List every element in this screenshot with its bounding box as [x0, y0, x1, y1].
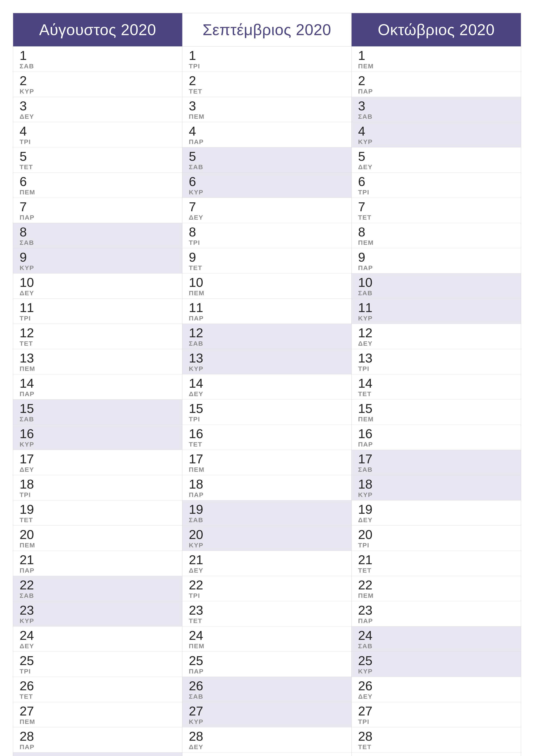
day-number-1-5: 6: [189, 175, 345, 188]
day-name-2-8: ΠΑΡ: [358, 264, 514, 272]
day-name-1-4: ΣΑΒ: [189, 163, 345, 171]
day-number-0-3: 4: [20, 125, 176, 138]
day-name-1-8: ΤΕΤ: [189, 264, 345, 272]
day-row-0-25: 26ΤΕΤ: [13, 677, 182, 702]
day-number-1-6: 7: [189, 201, 345, 213]
day-row-0-22: 23ΚΥΡ: [13, 601, 182, 627]
day-number-0-27: 28: [20, 730, 176, 743]
day-row-1-11: 12ΣΑΒ: [182, 324, 351, 349]
day-number-1-18: 19: [189, 503, 345, 516]
day-name-2-18: ΔΕΥ: [358, 516, 514, 524]
day-row-0-21: 22ΣΑΒ: [13, 576, 182, 601]
day-name-1-3: ΠΑΡ: [189, 138, 345, 146]
day-number-1-21: 22: [189, 579, 345, 592]
day-row-0-20: 21ΠΑΡ: [13, 551, 182, 576]
day-number-2-14: 15: [358, 402, 514, 415]
day-row-2-5: 6ΤΡΙ: [352, 173, 521, 198]
day-name-1-1: ΤΕΤ: [189, 88, 345, 95]
day-number-1-13: 14: [189, 377, 345, 390]
day-row-2-8: 9ΠΑΡ: [352, 248, 521, 274]
day-number-2-1: 2: [358, 74, 514, 87]
day-row-1-9: 10ΠΕΜ: [182, 274, 351, 299]
day-row-0-4: 5ΤΕΤ: [13, 148, 182, 173]
day-row-2-28: 29ΠΕΜ: [352, 753, 521, 756]
day-name-1-18: ΣΑΒ: [189, 516, 345, 524]
day-name-1-25: ΣΑΒ: [189, 693, 345, 700]
day-number-1-3: 4: [189, 125, 345, 138]
day-row-0-10: 11ΤΡΙ: [13, 299, 182, 324]
day-name-2-4: ΔΕΥ: [358, 163, 514, 171]
day-name-2-25: ΔΕΥ: [358, 693, 514, 700]
day-number-2-0: 1: [358, 49, 514, 62]
day-number-2-4: 5: [358, 150, 514, 163]
day-name-2-22: ΠΑΡ: [358, 617, 514, 625]
day-name-0-27: ΠΑΡ: [20, 743, 176, 751]
day-number-0-7: 8: [20, 226, 176, 239]
day-row-1-27: 28ΔΕΥ: [182, 727, 351, 753]
day-row-0-2: 3ΔΕΥ: [13, 97, 182, 122]
month-header-1: Σεπτέμβριος 2020: [182, 13, 351, 46]
day-number-1-23: 24: [189, 629, 345, 642]
day-name-1-6: ΔΕΥ: [189, 214, 345, 221]
day-number-1-16: 17: [189, 452, 345, 466]
day-row-2-17: 18ΚΥΡ: [352, 475, 521, 500]
day-name-0-12: ΠΕΜ: [20, 365, 176, 372]
day-row-1-6: 7ΔΕΥ: [182, 198, 351, 223]
day-number-2-10: 11: [358, 301, 514, 314]
day-number-1-19: 20: [189, 528, 345, 541]
day-number-1-28: 29: [189, 755, 345, 756]
day-number-1-17: 18: [189, 478, 345, 491]
day-name-2-9: ΣΑΒ: [358, 289, 514, 297]
day-number-1-1: 2: [189, 74, 345, 87]
day-number-0-8: 9: [20, 251, 176, 264]
day-name-0-25: ΤΕΤ: [20, 693, 176, 700]
day-number-0-28: 29: [20, 755, 176, 756]
day-number-2-26: 27: [358, 705, 514, 717]
day-number-2-23: 24: [358, 629, 514, 642]
day-name-2-23: ΣΑΒ: [358, 642, 514, 650]
day-name-0-24: ΤΡΙ: [20, 668, 176, 675]
day-number-0-19: 20: [20, 528, 176, 541]
day-row-0-14: 15ΣΑΒ: [13, 399, 182, 425]
day-number-2-5: 6: [358, 175, 514, 188]
day-number-1-14: 15: [189, 402, 345, 415]
day-name-0-11: ΤΕΤ: [20, 340, 176, 347]
day-name-1-16: ΠΕΜ: [189, 466, 345, 473]
day-row-2-19: 20ΤΡΙ: [352, 526, 521, 551]
day-name-0-15: ΚΥΡ: [20, 441, 176, 448]
day-row-0-24: 25ΤΡΙ: [13, 652, 182, 677]
day-row-2-16: 17ΣΑΒ: [352, 450, 521, 475]
day-number-0-15: 16: [20, 427, 176, 440]
day-row-0-8: 9ΚΥΡ: [13, 248, 182, 274]
day-row-1-10: 11ΠΑΡ: [182, 299, 351, 324]
day-row-1-24: 25ΠΑΡ: [182, 652, 351, 677]
day-number-0-20: 21: [20, 554, 176, 566]
day-name-2-24: ΚΥΡ: [358, 668, 514, 675]
day-row-0-18: 19ΤΕΤ: [13, 500, 182, 526]
day-number-2-28: 29: [358, 755, 514, 756]
day-number-1-25: 26: [189, 680, 345, 692]
day-number-2-16: 17: [358, 452, 514, 466]
day-name-2-17: ΚΥΡ: [358, 491, 514, 499]
day-number-1-20: 21: [189, 554, 345, 566]
day-name-0-19: ΠΕΜ: [20, 542, 176, 549]
day-row-2-15: 16ΠΑΡ: [352, 425, 521, 450]
day-name-0-7: ΣΑΒ: [20, 239, 176, 246]
day-row-0-27: 28ΠΑΡ: [13, 727, 182, 753]
page: Αύγουστος 20201ΣΑΒ2ΚΥΡ3ΔΕΥ4ΤΡΙ5ΤΕΤ6ΠΕΜ7Π…: [0, 0, 534, 756]
day-number-0-6: 7: [20, 201, 176, 213]
day-name-1-27: ΔΕΥ: [189, 743, 345, 751]
day-number-0-25: 26: [20, 680, 176, 692]
day-number-1-26: 27: [189, 705, 345, 717]
day-number-0-1: 2: [20, 74, 176, 87]
day-number-2-12: 13: [358, 352, 514, 364]
day-name-1-0: ΤΡΙ: [189, 63, 345, 70]
day-name-2-14: ΠΕΜ: [358, 416, 514, 423]
day-row-0-23: 24ΔΕΥ: [13, 627, 182, 652]
day-row-1-8: 9ΤΕΤ: [182, 248, 351, 274]
day-row-1-18: 19ΣΑΒ: [182, 500, 351, 526]
day-name-0-22: ΚΥΡ: [20, 617, 176, 625]
day-row-1-26: 27ΚΥΡ: [182, 702, 351, 727]
day-name-1-19: ΚΥΡ: [189, 542, 345, 549]
day-name-1-10: ΠΑΡ: [189, 315, 345, 322]
